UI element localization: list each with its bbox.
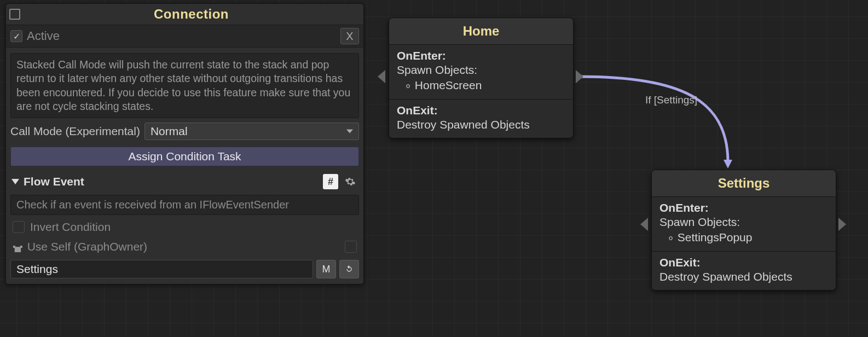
gear-icon[interactable] — [343, 174, 358, 189]
onenter-sub: Spawn Objects: — [397, 62, 565, 78]
onenter-head: OnEnter: — [659, 201, 828, 214]
onexit-head: OnExit: — [659, 256, 828, 269]
use-self-row: ▪▄▪ Use Self (GraphOwner) — [6, 237, 363, 257]
node-home-onenter: OnEnter: Spawn Objects: HomeScreen — [389, 45, 573, 100]
use-self-label: Use Self (GraphOwner) — [27, 240, 147, 253]
onenter-head: OnEnter: — [397, 49, 565, 62]
node-settings[interactable]: Settings OnEnter: Spawn Objects: Setting… — [651, 170, 836, 290]
node-home[interactable]: Home OnEnter: Spawn Objects: HomeScreen … — [389, 18, 574, 138]
node-home-out-port[interactable] — [576, 70, 583, 83]
close-button[interactable]: X — [340, 28, 359, 44]
node-settings-onenter: OnEnter: Spawn Objects: SettingsPopup — [652, 197, 836, 252]
call-mode-value: Normal — [151, 125, 188, 138]
node-settings-onexit: OnExit: Destroy Spawned Objects — [652, 252, 836, 290]
node-home-in-port[interactable] — [378, 70, 385, 83]
event-name-row: M — [6, 257, 363, 284]
onenter-item: SettingsPopup — [659, 230, 828, 245]
description-box: Stacked Call Mode will push the current … — [10, 53, 359, 118]
call-mode-row: Call Mode (Experimental) Normal — [6, 121, 363, 144]
node-settings-out-port[interactable] — [838, 218, 846, 231]
assign-condition-button[interactable]: Assign Condition Task — [10, 147, 359, 166]
call-mode-label: Call Mode (Experimental) — [10, 125, 140, 138]
active-label: Active — [27, 29, 336, 43]
node-settings-title: Settings — [652, 170, 836, 197]
onexit-line: Destroy Spawned Objects — [659, 269, 828, 284]
inspector-titlebar: Connection — [6, 4, 363, 25]
onenter-item: HomeScreen — [397, 78, 565, 93]
invert-checkbox[interactable] — [13, 221, 25, 233]
invert-condition-row: Invert Condition — [6, 217, 363, 237]
script-button[interactable]: # — [323, 174, 338, 189]
onexit-line: Destroy Spawned Objects — [397, 117, 565, 132]
link-icon: ▪▄▪ — [13, 242, 22, 252]
node-home-title: Home — [389, 18, 573, 45]
m-button[interactable]: M — [316, 260, 336, 278]
node-home-onexit: OnExit: Destroy Spawned Objects — [389, 100, 573, 138]
inspector-panel: Connection ✓ Active X Stacked Call Mode … — [5, 3, 364, 284]
collapse-triangle-icon[interactable] — [11, 179, 19, 184]
flow-event-hint: Check if an event is received from an IF… — [10, 195, 359, 215]
flow-event-header[interactable]: Flow Event # — [6, 168, 363, 193]
active-checkbox[interactable]: ✓ — [10, 30, 22, 42]
node-settings-in-port[interactable] — [640, 218, 648, 231]
refresh-button[interactable] — [339, 260, 359, 278]
onexit-head: OnExit: — [397, 104, 565, 117]
edge-label[interactable]: If [Settings] — [643, 93, 699, 107]
onenter-sub: Spawn Objects: — [659, 214, 828, 230]
flow-event-title: Flow Event — [24, 175, 319, 188]
active-row: ✓ Active X — [6, 25, 363, 48]
event-name-input[interactable] — [10, 260, 313, 278]
invert-label: Invert Condition — [30, 220, 111, 234]
window-icon[interactable] — [9, 9, 20, 20]
use-self-checkbox[interactable] — [345, 241, 357, 253]
call-mode-dropdown[interactable]: Normal — [144, 123, 359, 140]
inspector-title: Connection — [22, 7, 360, 22]
